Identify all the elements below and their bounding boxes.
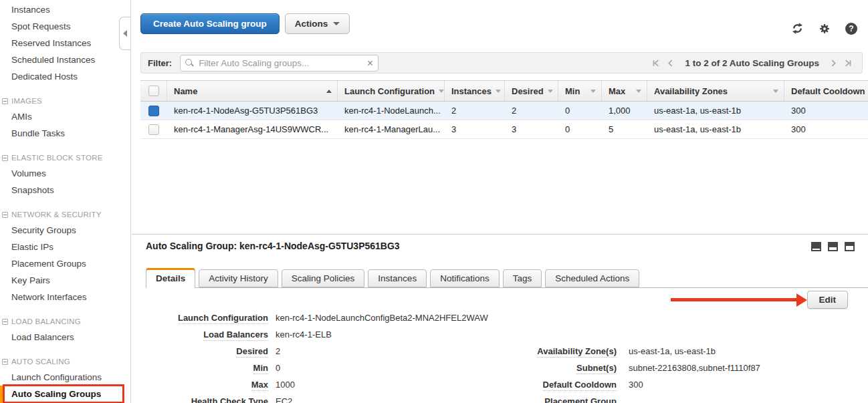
tab-scaling-policies[interactable]: Scaling Policies <box>282 269 365 287</box>
field-label: Min <box>253 363 268 374</box>
sidebar-item-key-pairs[interactable]: Key Pairs <box>0 272 130 289</box>
pagination-next-button[interactable] <box>829 59 838 68</box>
column-header-instances[interactable]: Instances <box>445 81 505 101</box>
sidebar-item-amis[interactable]: AMIs <box>0 108 130 125</box>
sort-chevron-icon <box>773 90 778 93</box>
sidebar-item-elastic-ips[interactable]: Elastic IPs <box>0 239 130 255</box>
clear-filter-icon[interactable]: × <box>367 56 373 70</box>
collapse-minus-icon <box>2 319 8 325</box>
pagination-first-button[interactable] <box>651 59 660 68</box>
pane-layout-medium-icon[interactable] <box>828 242 838 251</box>
column-header-default-cooldown[interactable]: Default Cooldown <box>784 81 868 101</box>
field-value: 2 <box>276 346 280 356</box>
pane-layout-controls <box>804 242 855 251</box>
pagination-last-button[interactable] <box>844 59 853 68</box>
column-header-name[interactable]: Name <box>167 81 338 101</box>
field-launch-configuration: Launch Configuration ken-rc4-1-NodeLaunc… <box>140 313 515 329</box>
detail-panel-title: Auto Scaling Group: ken-rc4-1-NodeAsg-G5… <box>146 241 400 251</box>
sidebar-item-dedicated-hosts[interactable]: Dedicated Hosts <box>0 68 130 85</box>
section-header-label: NETWORK & SECURITY <box>11 207 102 222</box>
field-label: Availability Zone(s) <box>537 346 617 358</box>
field-label: Health Check Type <box>191 396 268 403</box>
column-header-min[interactable]: Min <box>558 81 602 101</box>
column-header-desired[interactable]: Desired <box>505 81 558 101</box>
pagination-range-label: 1 to 2 of 2 Auto Scaling Groups <box>685 58 819 68</box>
field-label: Desired <box>236 346 268 358</box>
sidebar-item-instances[interactable]: Instances <box>0 1 130 18</box>
sidebar-item-launch-configurations[interactable]: Launch Configurations <box>0 369 130 386</box>
pane-layout-small-icon[interactable] <box>811 242 821 251</box>
sidebar-item-load-balancers[interactable]: Load Balancers <box>0 329 130 346</box>
row-checkbox[interactable] <box>148 124 159 135</box>
field-subnets: Subnet(s) subnet-22163808,subnet-f1110f8… <box>515 363 760 380</box>
cell-desired: 2 <box>505 102 558 120</box>
section-header-label: IMAGES <box>11 94 42 108</box>
create-auto-scaling-group-button[interactable]: Create Auto Scaling group <box>140 13 280 34</box>
tab-instances[interactable]: Instances <box>368 269 427 287</box>
sidebar-collapse-button[interactable] <box>119 17 130 50</box>
sidebar-item-spot-requests[interactable]: Spot Requests <box>0 18 130 35</box>
table-row[interactable]: ken-rc4-1-NodeAsg-G5TU3P561BG3 ken-rc4-1… <box>140 102 868 120</box>
field-value: 1000 <box>276 380 295 390</box>
field-label: Subnet(s) <box>576 363 617 374</box>
table-row[interactable]: ken-rc4-1-ManagerAsg-14US9WWCR... ken-rc… <box>140 120 868 139</box>
pagination-prev-button[interactable] <box>666 59 675 68</box>
cell-name: ken-rc4-1-NodeAsg-G5TU3P561BG3 <box>167 102 338 120</box>
select-all-checkbox[interactable] <box>148 86 159 96</box>
cell-default-cooldown: 300 <box>784 120 868 138</box>
sidebar-item-auto-scaling-groups[interactable]: Auto Scaling Groups <box>0 386 130 403</box>
sidebar-item-volumes[interactable]: Volumes <box>0 165 130 182</box>
column-label: Name <box>174 86 197 96</box>
cell-launch-configuration: ken-rc4-1-ManagerLau... <box>338 120 445 138</box>
cell-availability-zones: us-east-1a, us-east-1b <box>647 120 784 138</box>
pane-layout-large-icon[interactable] <box>845 242 855 251</box>
sidebar-item-scheduled-instances[interactable]: Scheduled Instances <box>0 51 130 68</box>
search-box: × <box>180 55 378 72</box>
sidebar-item-placement-groups[interactable]: Placement Groups <box>0 255 130 272</box>
tab-notifications[interactable]: Notifications <box>430 269 500 287</box>
cell-min: 0 <box>558 120 602 138</box>
column-header-launch-configuration[interactable]: Launch Configuration <box>338 81 445 101</box>
field-value: 300 <box>629 380 643 390</box>
sidebar-item-reserved-instances[interactable]: Reserved Instances <box>0 35 130 51</box>
tab-activity-history[interactable]: Activity History <box>199 269 278 287</box>
actions-button[interactable]: Actions <box>285 13 350 34</box>
sidebar-section-auto-scaling[interactable]: AUTO SCALING <box>0 354 130 369</box>
annotation-arrow <box>671 298 798 301</box>
collapse-minus-icon <box>2 155 8 161</box>
sidebar-section-images[interactable]: IMAGES <box>0 94 130 108</box>
edit-button[interactable]: Edit <box>807 291 849 309</box>
sidebar-section-load-balancing[interactable]: LOAD BALANCING <box>0 314 130 329</box>
field-label: Load Balancers <box>203 329 268 341</box>
cell-default-cooldown: 300 <box>784 102 868 120</box>
collapse-minus-icon <box>2 359 8 365</box>
row-checkbox[interactable] <box>148 106 159 116</box>
column-header-max[interactable]: Max <box>602 81 647 101</box>
column-label: Max <box>609 86 625 96</box>
cell-desired: 3 <box>505 120 558 138</box>
sidebar-item-snapshots[interactable]: Snapshots <box>0 182 130 198</box>
cell-launch-configuration: ken-rc4-1-NodeLaunch... <box>338 102 445 120</box>
collapse-left-icon <box>123 30 127 37</box>
cell-instances: 2 <box>445 102 505 120</box>
gear-icon[interactable] <box>819 23 831 35</box>
sidebar-item-bundle-tasks[interactable]: Bundle Tasks <box>0 125 130 142</box>
refresh-icon[interactable] <box>791 22 804 35</box>
sidebar-nav: Instances Spot Requests Reserved Instanc… <box>0 0 130 403</box>
help-icon[interactable]: ? <box>845 23 857 35</box>
field-value: 0 <box>276 363 280 373</box>
tab-scheduled-actions[interactable]: Scheduled Actions <box>545 269 639 287</box>
cell-max: 5 <box>602 120 647 138</box>
sort-chevron-icon <box>496 90 501 93</box>
column-header-availability-zones[interactable]: Availability Zones <box>647 81 784 101</box>
sidebar-section-network-security[interactable]: NETWORK & SECURITY <box>0 207 130 222</box>
filter-input[interactable] <box>180 55 378 72</box>
tab-details[interactable]: Details <box>146 268 195 288</box>
sidebar-item-security-groups[interactable]: Security Groups <box>0 222 130 239</box>
field-availability-zones: Availability Zone(s) us-east-1a, us-east… <box>515 346 760 363</box>
sidebar-item-network-interfaces[interactable]: Network Interfaces <box>0 289 130 305</box>
section-header-label: AUTO SCALING <box>11 354 70 369</box>
tab-tags[interactable]: Tags <box>503 269 542 287</box>
sidebar-section-elastic-block-store[interactable]: ELASTIC BLOCK STORE <box>0 150 130 165</box>
sort-ascending-icon <box>326 90 332 93</box>
